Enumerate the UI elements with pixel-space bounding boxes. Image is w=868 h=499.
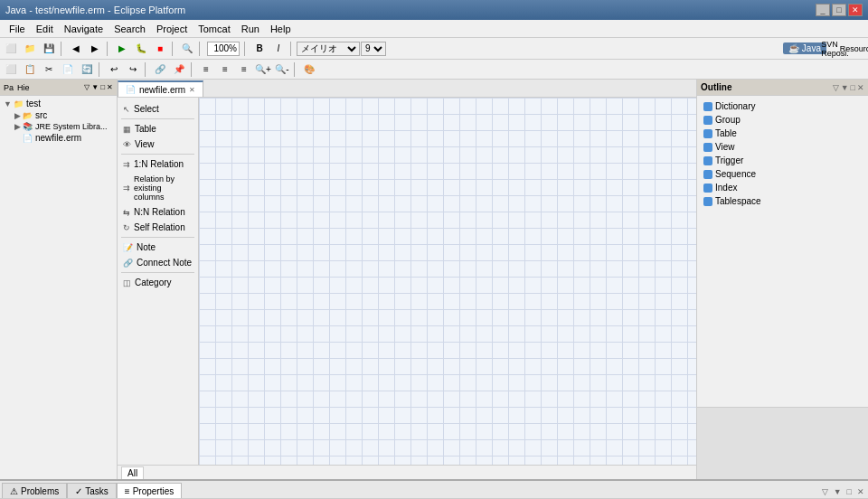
zoom-input[interactable]: 100% [207,42,240,56]
tb2-btn6[interactable]: ↩ [105,61,123,79]
tb2-btn8[interactable]: 🔗 [151,61,169,79]
menu-edit[interactable]: Edit [31,22,59,36]
palette-table[interactable]: ▦ Table [118,121,198,137]
left-panel-title: Pa Hie [4,83,30,92]
menu-run[interactable]: Run [236,22,265,36]
outline-dictionary[interactable]: Dictionary [701,99,864,113]
close-button[interactable]: ✕ [848,4,863,16]
palette-div2 [121,154,194,155]
palette-category[interactable]: ◫ Category [118,275,198,290]
left-max-btn[interactable]: □ [100,83,105,91]
outline-group[interactable]: Group [701,113,864,127]
bottom-tab-actions: ▽ ▼ □ ✕ [820,486,866,498]
tb2-zoom-out[interactable]: 🔍- [273,61,291,79]
bottom-close-btn[interactable]: ✕ [855,486,866,497]
bottom-menu-btn[interactable]: ▼ [832,486,844,497]
menu-project[interactable]: Project [151,22,193,36]
palette-connect-note[interactable]: 🔗 Connect Note [118,255,198,270]
relation-1n-icon: ⇉ [123,160,130,169]
minimize-button[interactable]: _ [816,4,830,16]
tree-item-test[interactable]: ▼ 📁 test [2,98,115,109]
outline-max-btn[interactable]: □ [851,83,855,92]
outline-view[interactable]: View [701,140,864,154]
canvas-grid[interactable] [199,98,696,465]
connect-note-icon: 🔗 [123,259,133,268]
open-button[interactable]: 📁 [21,40,39,58]
save-button[interactable]: 💾 [40,40,58,58]
tab-problems[interactable]: ⚠ Problems [2,483,67,498]
tb2-align3[interactable]: ≡ [235,61,253,79]
outline-close-btn[interactable]: ✕ [857,83,864,92]
tree-item-jre[interactable]: ▶ 📚 JRE System Libra... [2,121,115,132]
search-btn[interactable]: 🔍 [178,40,196,58]
font-selector[interactable]: メイリオ [297,42,360,56]
palette: ↖ Select ▦ Table 👁 View ⇉ 1:N Relation [118,98,199,465]
font-size-selector[interactable]: 9 [361,42,386,56]
menu-navigate[interactable]: Navigate [59,22,108,36]
debug-button[interactable]: 🐛 [132,40,150,58]
palette-note[interactable]: 📝 Note [118,240,198,255]
all-tab[interactable]: All [121,466,144,479]
title-bar: Java - test/newfile.erm - Eclipse Platfo… [0,0,868,20]
bold-btn[interactable]: B [250,40,269,58]
menu-search[interactable]: Search [108,22,151,36]
tb2-align2[interactable]: ≡ [216,61,234,79]
maximize-button[interactable]: □ [832,4,846,16]
editor-tab-newfile[interactable]: 📄 newfile.erm ✕ [118,80,203,97]
stop-button[interactable]: ■ [151,40,169,58]
tb2-btn2[interactable]: 📋 [21,61,39,79]
resource-btn[interactable]: Resource [848,40,866,58]
tab-properties[interactable]: ≡ Properties [117,483,182,498]
tb2-btn1[interactable]: ⬜ [2,61,20,79]
hie-tab[interactable]: Hie [17,83,30,92]
italic-btn[interactable]: I [269,40,288,58]
tb2-btn5[interactable]: 🔄 [78,61,96,79]
new-button[interactable]: ⬜ [2,40,20,58]
window-controls[interactable]: _ □ ✕ [816,4,863,16]
canvas-area: ↖ Select ▦ Table 👁 View ⇉ 1:N Relation [118,98,696,465]
menu-file[interactable]: File [4,22,31,36]
tb2-align1[interactable]: ≡ [197,61,215,79]
tb2-color[interactable]: 🎨 [300,61,318,79]
run-button[interactable]: ▶ [113,40,131,58]
tb2-btn4[interactable]: 📄 [59,61,77,79]
tab-tasks[interactable]: ✓ Tasks [67,483,117,498]
palette-self-relation[interactable]: ↻ Self Relation [118,220,198,235]
toolbar-right: ☕ Java SVN Reposi... Resource [783,40,866,58]
java-perspective-btn[interactable]: ☕ Java [783,42,826,54]
outline-menu-btn[interactable]: ▼ [841,83,849,92]
tree-item-newfile[interactable]: ▶ 📄 newfile.erm [2,132,115,144]
left-menu-btn[interactable]: ▼ [91,83,99,91]
palette-view[interactable]: 👁 View [118,137,198,152]
forward-button[interactable]: ▶ [86,40,104,58]
outline-table[interactable]: Table [701,127,864,140]
tb2-btn9[interactable]: 📌 [170,61,188,79]
menu-tomcat[interactable]: Tomcat [193,22,235,36]
palette-select[interactable]: ↖ Select [118,101,198,117]
left-close-btn[interactable]: ✕ [107,83,113,91]
pa-tab[interactable]: Pa [4,83,14,92]
menu-bar: File Edit Navigate Search Project Tomcat… [0,20,868,38]
outline-index[interactable]: Index [701,181,864,194]
editor-tab-icon: 📄 [126,85,136,94]
tb2-btn7[interactable]: ↪ [124,61,142,79]
outline-tablespace[interactable]: Tablespace [701,194,864,208]
outline-trigger[interactable]: Trigger [701,154,864,167]
outline-sequence[interactable]: Sequence [701,167,864,181]
back-button[interactable]: ◀ [67,40,85,58]
sep6 [290,42,294,56]
tb2-zoom-in[interactable]: 🔍+ [254,61,272,79]
left-collapse-btn[interactable]: ▽ [84,83,90,91]
palette-relation-existing[interactable]: ⇉ Relation by existing columns [118,172,198,204]
tb2-btn3[interactable]: ✂ [40,61,58,79]
toolbar-main: ⬜ 📁 💾 ◀ ▶ ▶ 🐛 ■ 🔍 100% B I メイリオ 9 ☕ Java… [0,38,868,60]
tree-item-src[interactable]: ▶ 📂 src [2,109,115,121]
palette-nn-relation[interactable]: ⇆ N:N Relation [118,204,198,220]
bottom-minimize-btn[interactable]: ▽ [820,486,830,497]
menu-help[interactable]: Help [265,22,297,36]
editor-tab-close[interactable]: ✕ [189,86,195,94]
bottom-tabs: ⚠ Problems ✓ Tasks ≡ Properties [2,483,182,498]
bottom-max-btn[interactable]: □ [845,486,854,497]
palette-1n-relation[interactable]: ⇉ 1:N Relation [118,156,198,172]
outline-collapse-btn[interactable]: ▽ [833,83,839,92]
